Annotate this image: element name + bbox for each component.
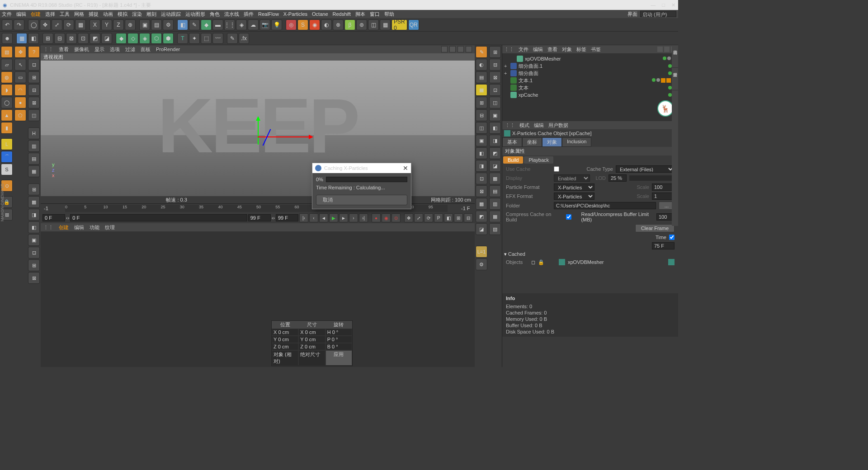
mat-edit[interactable]: 编辑: [74, 224, 84, 231]
use-cache-check[interactable]: [554, 166, 559, 172]
r14-icon[interactable]: ◩: [476, 211, 487, 222]
tool-h-icon[interactable]: H: [28, 127, 40, 139]
mograph-icon-5[interactable]: ◩: [90, 33, 100, 44]
obj-细分曲面[interactable]: +细分曲面: [504, 70, 676, 77]
menu-render[interactable]: 渲染: [132, 11, 142, 18]
coord-mode1[interactable]: 对象 (相对): [272, 350, 298, 366]
vp-menu-view[interactable]: 查看: [59, 46, 69, 53]
display-select[interactable]: Enabled: [554, 174, 590, 182]
rr4-icon[interactable]: ⊡: [489, 84, 501, 96]
sidetab-browser[interactable]: 内容浏览器: [672, 45, 678, 68]
rr14-icon[interactable]: ▦: [489, 211, 501, 222]
prev-key-icon[interactable]: ‹: [309, 213, 318, 222]
keyopt-icon[interactable]: ⊙: [392, 213, 401, 222]
minimize-button[interactable]: —: [651, 2, 656, 8]
select-live-icon[interactable]: ◯: [28, 19, 39, 30]
environment-icon[interactable]: ☁: [248, 19, 259, 30]
vp-menu-camera[interactable]: 摄像机: [74, 46, 89, 53]
rotate-icon[interactable]: ⟳: [63, 19, 74, 30]
head-icon[interactable]: ☻: [2, 33, 13, 44]
voronoi-icon[interactable]: ⬚: [201, 33, 212, 44]
rr10-icon[interactable]: ◪: [489, 160, 501, 172]
clear-frame-button[interactable]: Clear Frame: [635, 224, 675, 232]
menu-octane[interactable]: Octane: [312, 11, 328, 17]
menu-char[interactable]: 角色: [210, 11, 220, 18]
text-icon[interactable]: T: [177, 33, 188, 44]
r5-icon[interactable]: ⊞: [476, 97, 487, 108]
attr-menu-mode[interactable]: 模式: [519, 122, 529, 129]
prim-disc-icon[interactable]: ◍: [1, 71, 13, 83]
prim-cyl-icon[interactable]: ▮: [1, 122, 13, 134]
tool-5-icon[interactable]: ◫: [28, 109, 40, 121]
tab-coord[interactable]: 坐标: [522, 137, 542, 147]
obj-文本.1[interactable]: 文本.1: [504, 77, 676, 84]
brush-icon[interactable]: ●: [14, 97, 26, 108]
rr1-icon[interactable]: ⊞: [489, 46, 501, 58]
attr-menu-edit[interactable]: 编辑: [534, 122, 544, 129]
menu-xparticles[interactable]: X-Particles: [283, 11, 307, 17]
time-frame-field[interactable]: [652, 242, 675, 249]
tool-6-icon[interactable]: ▥: [28, 140, 40, 152]
menu-edit[interactable]: 编辑: [16, 11, 26, 18]
key-r-icon[interactable]: ⟳: [424, 213, 433, 222]
dialog-titlebar[interactable]: Caching X-Particles ✕: [312, 163, 411, 173]
key-p-icon[interactable]: ✥: [404, 213, 413, 222]
spline-arc-icon[interactable]: ⌒: [1, 151, 13, 163]
vp-menu-panel[interactable]: 面板: [141, 46, 151, 53]
move-icon[interactable]: ✥: [40, 19, 51, 30]
obj-ico-2[interactable]: [664, 47, 670, 52]
folder-field[interactable]: [554, 202, 656, 209]
obj-menu-obj[interactable]: 对象: [562, 46, 572, 53]
plugin-icon-7[interactable]: ⊚: [356, 19, 367, 30]
r2-icon[interactable]: ◐: [476, 59, 487, 70]
tool-12-icon[interactable]: ◧: [28, 221, 40, 233]
menu-track[interactable]: 运动跟踪: [161, 11, 181, 18]
menu-anim[interactable]: 动画: [103, 11, 113, 18]
render-pv-icon[interactable]: ▤: [151, 19, 162, 30]
r10-icon[interactable]: ◨: [476, 160, 487, 172]
obj-menu-bookmark[interactable]: 书签: [591, 46, 601, 53]
time-check[interactable]: [669, 235, 675, 240]
plugin-icon-6[interactable]: β: [344, 19, 355, 30]
obj-细分曲面.1[interactable]: +细分曲面.1: [504, 62, 676, 70]
r6-icon[interactable]: ⊟: [476, 109, 487, 121]
menu-window[interactable]: 窗口: [370, 11, 380, 18]
fracture-icon[interactable]: ✦: [189, 33, 200, 44]
undo-icon[interactable]: ↶: [2, 19, 13, 30]
tool-7-icon[interactable]: ▤: [28, 153, 40, 164]
pen-icon[interactable]: ✎: [189, 19, 200, 30]
vp-menu-display[interactable]: 显示: [94, 46, 104, 53]
effector-icon-1[interactable]: ◆: [116, 33, 127, 44]
scale2-field[interactable]: [652, 193, 675, 200]
select-rect-icon[interactable]: ▭: [14, 71, 26, 83]
tool-1-icon[interactable]: ⊡: [28, 59, 40, 70]
move-tool-icon[interactable]: ✥: [14, 46, 26, 58]
menu-file[interactable]: 文件: [2, 11, 12, 18]
menu-pipe[interactable]: 流水线: [224, 11, 239, 18]
plugin-icon-9[interactable]: ▦: [380, 19, 391, 30]
tool-8-icon[interactable]: ▦: [28, 165, 40, 177]
render-view-icon[interactable]: ▣: [139, 19, 150, 30]
rr11-icon[interactable]: ▩: [489, 173, 501, 184]
goto-start-icon[interactable]: |‹: [299, 213, 308, 222]
next-key-icon[interactable]: ›: [349, 213, 358, 222]
mat-tex[interactable]: 纹理: [105, 224, 115, 231]
effector-icon-3[interactable]: ◈: [139, 33, 150, 44]
cursor-icon[interactable]: ↖: [14, 59, 26, 70]
rr12-icon[interactable]: ▤: [489, 185, 501, 197]
vp-nav-2-icon[interactable]: [449, 46, 456, 52]
effector-icon-4[interactable]: ⬡: [151, 33, 162, 44]
help-icon[interactable]: ?: [28, 46, 40, 58]
menu-sim[interactable]: 模拟: [118, 11, 127, 18]
dialog-cancel-button[interactable]: 取消: [316, 195, 407, 205]
menu-plugins[interactable]: 插件: [244, 11, 254, 18]
subtab-playback[interactable]: Playback: [524, 156, 553, 164]
menu-mograph[interactable]: 运动图形: [185, 11, 205, 18]
r1-icon[interactable]: ✎: [476, 46, 487, 58]
r11-icon[interactable]: ⊡: [476, 173, 487, 184]
prev-frame-icon[interactable]: ◄: [319, 213, 328, 222]
tab-basic[interactable]: 基本: [502, 137, 522, 147]
rr15-icon[interactable]: ▧: [489, 223, 501, 235]
lock-y-icon[interactable]: Y: [101, 19, 112, 30]
cache-type-select[interactable]: External (Files): [616, 165, 675, 173]
